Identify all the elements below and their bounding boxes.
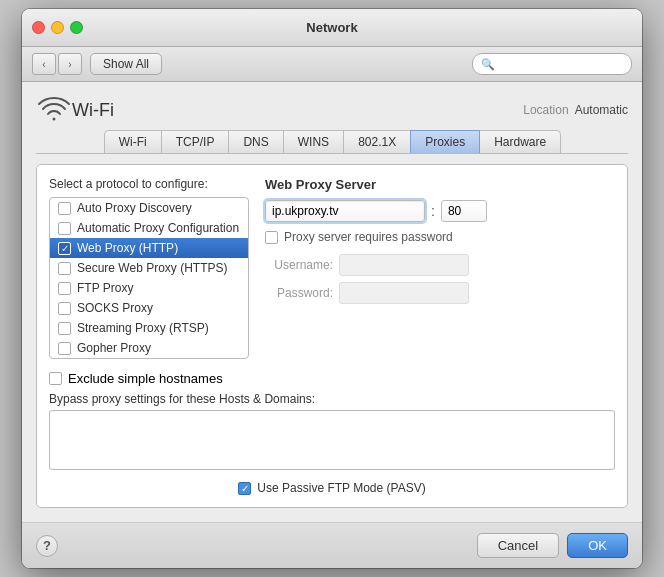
protocol-socks-proxy-label: SOCKS Proxy (77, 301, 153, 315)
close-button[interactable] (32, 21, 45, 34)
back-button[interactable]: ‹ (32, 53, 56, 75)
protocol-ftp-proxy[interactable]: FTP Proxy (50, 278, 248, 298)
requires-password-row: Proxy server requires password (265, 230, 615, 244)
traffic-lights (32, 21, 83, 34)
password-row: Password: (265, 282, 615, 304)
ok-button[interactable]: OK (567, 533, 628, 558)
passive-ftp-label: Use Passive FTP Mode (PASV) (257, 481, 425, 495)
show-all-button[interactable]: Show All (90, 53, 162, 75)
checkbox-ftp-proxy[interactable] (58, 282, 71, 295)
location-label: Location (523, 103, 568, 117)
protocol-web-proxy-label: Web Proxy (HTTP) (77, 241, 178, 255)
proxy-server-title: Web Proxy Server (265, 177, 615, 192)
location-value: Automatic (575, 103, 628, 117)
checkbox-exclude-hostnames[interactable] (49, 372, 62, 385)
tab-8021x[interactable]: 802.1X (343, 130, 411, 153)
tabs-row: Wi-Fi TCP/IP DNS WINS 802.1X Proxies Har… (36, 130, 628, 154)
bottom-section: Exclude simple hostnames Bypass proxy se… (49, 367, 615, 495)
username-input[interactable] (339, 254, 469, 276)
protocol-auto-config-label: Automatic Proxy Configuration (77, 221, 239, 235)
protocol-auto-discovery[interactable]: Auto Proxy Discovery (50, 198, 248, 218)
wifi-icon (36, 92, 72, 128)
password-input[interactable] (339, 282, 469, 304)
tab-wins[interactable]: WINS (283, 130, 344, 153)
checkbox-web-proxy[interactable]: ✓ (58, 242, 71, 255)
protocol-ftp-proxy-label: FTP Proxy (77, 281, 133, 295)
protocol-secure-web-proxy[interactable]: Secure Web Proxy (HTTPS) (50, 258, 248, 278)
titlebar: Network (22, 9, 642, 47)
protocol-list: Auto Proxy Discovery Automatic Proxy Con… (49, 197, 249, 359)
exclude-row: Exclude simple hostnames (49, 371, 615, 386)
network-window: Network ‹ › Show All 🔍 Wi-Fi (22, 9, 642, 568)
protocol-section-label: Select a protocol to configure: (49, 177, 249, 191)
checkbox-auto-discovery[interactable] (58, 202, 71, 215)
nav-buttons: ‹ › (32, 53, 82, 75)
cancel-button[interactable]: Cancel (477, 533, 559, 558)
search-input[interactable] (499, 57, 623, 71)
proxy-server-section: Web Proxy Server : Proxy server requires… (265, 177, 615, 359)
footer: ? Cancel OK (22, 522, 642, 568)
wifi-label: Wi-Fi (72, 100, 114, 121)
protocol-secure-web-proxy-label: Secure Web Proxy (HTTPS) (77, 261, 227, 275)
tab-dns[interactable]: DNS (228, 130, 283, 153)
protocol-streaming-proxy[interactable]: Streaming Proxy (RTSP) (50, 318, 248, 338)
minimize-button[interactable] (51, 21, 64, 34)
maximize-button[interactable] (70, 21, 83, 34)
protocol-socks-proxy[interactable]: SOCKS Proxy (50, 298, 248, 318)
checkbox-secure-web-proxy[interactable] (58, 262, 71, 275)
colon-separator: : (431, 203, 435, 219)
wifi-header: Wi-Fi Location Automatic (36, 92, 628, 128)
protocol-streaming-proxy-label: Streaming Proxy (RTSP) (77, 321, 209, 335)
exclude-hostnames-label: Exclude simple hostnames (68, 371, 223, 386)
tab-wifi[interactable]: Wi-Fi (104, 130, 162, 153)
proxy-input-row: : (265, 200, 615, 222)
content-area: Wi-Fi Location Automatic Wi-Fi TCP/IP DN… (22, 82, 642, 522)
tab-tcpip[interactable]: TCP/IP (161, 130, 230, 153)
toolbar: ‹ › Show All 🔍 (22, 47, 642, 82)
requires-password-label: Proxy server requires password (284, 230, 453, 244)
window-title: Network (306, 20, 357, 35)
search-icon: 🔍 (481, 58, 495, 71)
protocol-web-proxy[interactable]: ✓ Web Proxy (HTTP) (50, 238, 248, 258)
tab-proxies[interactable]: Proxies (410, 130, 480, 153)
username-label: Username: (265, 258, 333, 272)
proxy-port-input[interactable] (441, 200, 487, 222)
protocol-auto-discovery-label: Auto Proxy Discovery (77, 201, 192, 215)
search-box: 🔍 (472, 53, 632, 75)
bypass-textarea[interactable] (49, 410, 615, 470)
checkbox-streaming-proxy[interactable] (58, 322, 71, 335)
checkbox-passive-ftp[interactable]: ✓ (238, 482, 251, 495)
main-panel: Select a protocol to configure: Auto Pro… (36, 164, 628, 508)
protocol-gopher-proxy-label: Gopher Proxy (77, 341, 151, 355)
protocol-list-section: Select a protocol to configure: Auto Pro… (49, 177, 249, 359)
password-label: Password: (265, 286, 333, 300)
passive-ftp-row: ✓ Use Passive FTP Mode (PASV) (49, 481, 615, 495)
panel-body: Select a protocol to configure: Auto Pro… (49, 177, 615, 359)
footer-buttons: Cancel OK (477, 533, 628, 558)
protocol-auto-config[interactable]: Automatic Proxy Configuration (50, 218, 248, 238)
checkbox-auto-config[interactable] (58, 222, 71, 235)
forward-button[interactable]: › (58, 53, 82, 75)
bypass-label: Bypass proxy settings for these Hosts & … (49, 392, 615, 406)
checkbox-socks-proxy[interactable] (58, 302, 71, 315)
help-button[interactable]: ? (36, 535, 58, 557)
tab-hardware[interactable]: Hardware (479, 130, 561, 153)
username-row: Username: (265, 254, 615, 276)
protocol-gopher-proxy[interactable]: Gopher Proxy (50, 338, 248, 358)
checkbox-requires-password[interactable] (265, 231, 278, 244)
proxy-url-input[interactable] (265, 200, 425, 222)
checkbox-gopher-proxy[interactable] (58, 342, 71, 355)
